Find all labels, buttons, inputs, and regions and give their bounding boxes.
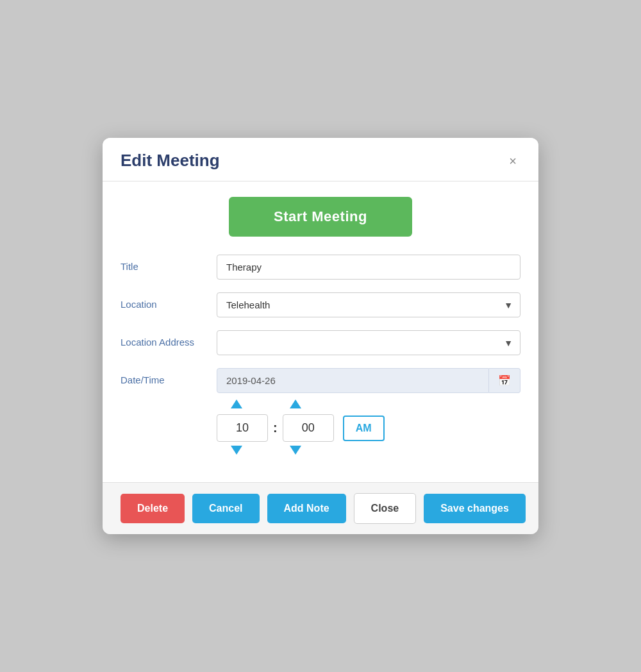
minute-up-button[interactable] — [276, 399, 315, 410]
cancel-button[interactable]: Cancel — [192, 494, 259, 523]
title-input[interactable] — [217, 255, 520, 280]
location-address-select-wrapper: ▼ — [217, 330, 520, 355]
minute-down-icon — [290, 446, 301, 455]
minute-down-button[interactable] — [276, 446, 315, 457]
date-input-row: 📅 — [217, 368, 520, 393]
delete-button[interactable]: Delete — [121, 494, 185, 523]
time-colon: : — [268, 421, 283, 435]
title-label: Title — [121, 255, 217, 272]
datetime-label: Date/Time — [121, 368, 217, 385]
location-address-select[interactable] — [217, 330, 520, 355]
hour-input[interactable] — [217, 414, 268, 442]
location-row: Location Telehealth In-person Phone ▼ — [121, 292, 520, 317]
calendar-icon[interactable]: 📅 — [489, 368, 520, 393]
location-label: Location — [121, 292, 217, 310]
location-select[interactable]: Telehealth In-person Phone — [217, 292, 520, 317]
minute-up-icon — [290, 399, 301, 408]
modal-body: Start Meeting Title Location Telehealth … — [103, 181, 538, 482]
close-button[interactable]: Close — [354, 493, 417, 524]
modal-footer: Delete Cancel Add Note Close Save change… — [103, 482, 538, 534]
location-select-wrapper: Telehealth In-person Phone ▼ — [217, 292, 520, 317]
minute-input[interactable] — [283, 414, 334, 442]
time-down-arrows-row — [217, 446, 315, 457]
hour-down-icon — [231, 446, 242, 455]
hour-up-button[interactable] — [217, 399, 256, 410]
date-input[interactable] — [217, 368, 489, 393]
location-address-row: Location Address ▼ — [121, 330, 520, 355]
datetime-wrapper: 📅 — [217, 368, 520, 457]
ampm-button[interactable]: AM — [343, 416, 385, 441]
location-address-label: Location Address — [121, 330, 217, 348]
datetime-row: Date/Time 📅 — [121, 368, 520, 457]
modal-header: Edit Meeting × — [103, 138, 538, 181]
title-row: Title — [121, 255, 520, 280]
start-meeting-button[interactable]: Start Meeting — [229, 197, 412, 237]
time-inputs-row: : AM — [217, 414, 385, 442]
close-icon[interactable]: × — [505, 153, 520, 169]
hour-down-button[interactable] — [217, 446, 256, 457]
hour-up-icon — [231, 399, 242, 408]
time-picker: : AM — [217, 399, 520, 457]
modal-title: Edit Meeting — [121, 151, 220, 171]
time-up-arrows-row — [217, 399, 315, 410]
edit-meeting-modal: Edit Meeting × Start Meeting Title Locat… — [103, 138, 538, 534]
save-changes-button[interactable]: Save changes — [424, 494, 526, 523]
add-note-button[interactable]: Add Note — [267, 494, 346, 523]
start-meeting-row: Start Meeting — [121, 197, 520, 237]
